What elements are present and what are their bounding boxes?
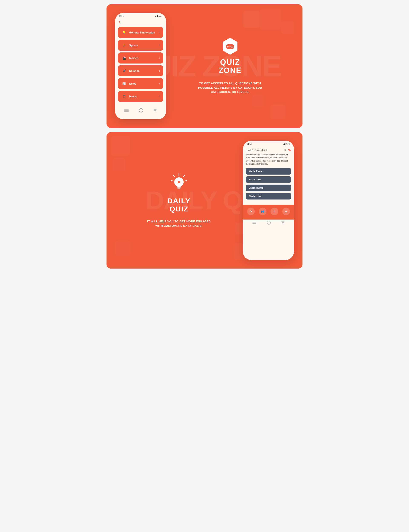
replay-icon[interactable]: ⟳ <box>247 208 255 215</box>
skip-icon[interactable]: ⏭ <box>282 208 290 215</box>
category-arrow-music: › <box>159 95 160 98</box>
category-label-general-knowledge: General Knowledge <box>129 31 155 34</box>
category-arrow-news: › <box>159 82 160 85</box>
users-icon[interactable]: 👥 <box>259 208 267 215</box>
home-nav-icon[interactable] <box>139 108 143 113</box>
category-icon-news: 📰 <box>121 81 127 86</box>
category-icon-science: 🚀 <box>121 68 127 74</box>
svg-rect-16 <box>177 187 181 188</box>
svg-rect-17 <box>177 188 180 189</box>
category-label-music: Music <box>129 95 137 98</box>
svg-point-3 <box>232 46 232 47</box>
daily-quiz-logo: DAILY QUIZ <box>167 172 191 213</box>
battery-level-2: 71% <box>286 143 290 145</box>
category-item-left: 🎵 Music <box>121 93 137 99</box>
battery-level: 68% <box>158 15 162 17</box>
phone-nav-bar <box>115 106 166 116</box>
quiz-zone-title: QUIZ ZONE <box>219 58 242 75</box>
svg-line-13 <box>171 180 173 181</box>
signal-bars-2 <box>283 143 285 145</box>
section1: QUIZ ZONE 11:32 68% ‹ 💡 General Knowledg… <box>107 4 302 128</box>
category-arrow-science: › <box>159 69 160 73</box>
category-icon-music: 🎵 <box>121 93 127 99</box>
quiz-option-1[interactable]: Machu Picchu <box>246 168 291 175</box>
menu-icon-2 <box>252 222 256 224</box>
category-label-movies: Movies <box>129 57 139 60</box>
home-nav-icon-2[interactable] <box>267 221 271 225</box>
quiz-option-4[interactable]: Chichen Itza <box>246 193 291 200</box>
signal-bars <box>155 15 158 17</box>
quiz-options-container: Machu PicchuNazca LinesChoquequiraoChich… <box>246 168 291 200</box>
daily-quiz-title: DAILY QUIZ <box>167 197 191 213</box>
category-icon-movies: 🎬 <box>121 55 127 61</box>
pause-icon[interactable]: ⏸ <box>270 208 278 215</box>
category-icon-sports: 🏃 <box>121 42 127 48</box>
gamepad-svg <box>225 42 235 51</box>
phone-mockup-1: 11:32 68% ‹ 💡 General Knowledge › <box>115 13 166 119</box>
hexagon-gamepad-icon <box>222 38 239 55</box>
category-item-left: 🚀 Science <box>121 68 139 74</box>
phone-mockup-2: 11:57 71% Level: 1 Coins: 406 ||| ⚙ 🔖 <box>243 141 294 260</box>
back-button[interactable]: ‹ <box>115 19 166 25</box>
category-science[interactable]: 🚀 Science › <box>118 65 163 76</box>
phone2-action-icons: ⟳👥⏸⏭ <box>245 208 292 215</box>
category-label-news: News <box>129 82 136 85</box>
quiz-header-icons: ⚙ 🔖 <box>284 149 291 152</box>
quiz-option-2[interactable]: Nazca Lines <box>246 176 291 183</box>
bookmark-icon[interactable]: 🔖 <box>288 149 291 152</box>
svg-point-4 <box>232 47 233 48</box>
quiz-option-3[interactable]: Choquequirao <box>246 185 291 191</box>
phone2-time: 11:57 <box>247 143 252 145</box>
category-item-left: 📰 News <box>121 81 136 86</box>
category-label-sports: Sports <box>129 44 138 47</box>
svg-point-6 <box>232 48 232 48</box>
svg-line-10 <box>183 175 185 177</box>
phone-status-bar: 11:32 68% <box>115 13 166 19</box>
section2: DAILY QUIZ <box>107 132 302 268</box>
quiz-header: Level: 1 Coins: 406 ||| ⚙ 🔖 <box>246 148 291 153</box>
quiz-zone-logo: QUIZ ZONE <box>219 38 242 75</box>
category-arrow-general-knowledge: › <box>159 31 160 34</box>
phone2-nav-bar <box>243 219 294 226</box>
quiz-content: Level: 1 Coins: 406 ||| ⚙ 🔖 This famed a… <box>243 146 294 202</box>
category-icon-general-knowledge: 💡 <box>121 29 127 35</box>
section2-content: DAILY QUIZ IT WILL HELP YOU TO GET MORE … <box>115 168 243 232</box>
section2-description: IT WILL HELP YOU TO GET MORE ENGAGED WIT… <box>147 219 211 228</box>
phone2-bottom-section: ⟳👥⏸⏭ <box>243 205 294 219</box>
category-list: 💡 General Knowledge › 🏃 Sports › 🎬 Movie… <box>115 25 166 104</box>
quiz-question-text: This famed area is located in the mounta… <box>246 153 291 165</box>
category-label-science: Science <box>129 69 139 73</box>
lightbulb-icon <box>168 172 190 194</box>
settings-icon[interactable]: ⚙ <box>284 149 287 152</box>
phone2-status-bar: 11:57 71% <box>243 141 294 146</box>
back-nav-icon-2[interactable] <box>281 221 284 224</box>
menu-icon <box>124 109 129 112</box>
category-item-left: 🏃 Sports <box>121 42 138 48</box>
category-arrow-sports: › <box>159 43 160 47</box>
category-sports[interactable]: 🏃 Sports › <box>118 40 163 51</box>
back-nav-icon[interactable] <box>153 109 157 112</box>
lightbulb-svg <box>169 172 188 194</box>
quiz-level: Level: 1 Coins: 406 ||| <box>246 149 268 151</box>
category-movies[interactable]: 🎬 Movies › <box>118 52 163 64</box>
category-general-knowledge[interactable]: 💡 General Knowledge › <box>118 27 163 38</box>
category-arrow-movies: › <box>159 56 160 60</box>
category-music[interactable]: 🎵 Music › <box>118 91 163 102</box>
svg-rect-7 <box>229 46 231 46</box>
category-item-left: 🎬 Movies <box>121 55 139 61</box>
phone-time: 11:32 <box>119 15 124 17</box>
svg-rect-15 <box>177 186 181 187</box>
section1-content: QUIZ ZONE TO GET ACCESS TO ALL QUESTIONS… <box>166 33 294 99</box>
svg-rect-8 <box>229 47 231 47</box>
svg-line-12 <box>173 175 175 177</box>
category-news[interactable]: 📰 News › <box>118 78 163 89</box>
section1-description: TO GET ACCESS TO ALL QUESTIONS WITH POSS… <box>198 81 262 95</box>
svg-line-11 <box>185 180 187 181</box>
svg-rect-2 <box>227 47 229 47</box>
category-item-left: 💡 General Knowledge <box>121 29 155 35</box>
